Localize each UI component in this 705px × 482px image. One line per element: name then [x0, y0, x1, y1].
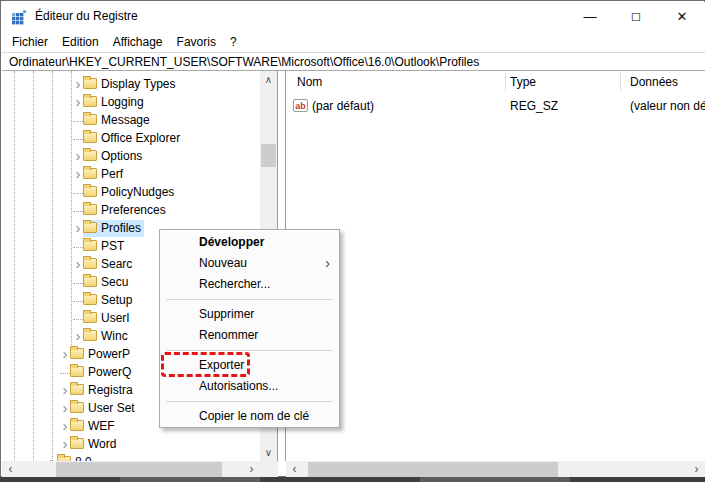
tree-item-label: PolicyNudges: [101, 185, 174, 199]
menu-bar: Fichier Edition Affichage Favoris ?: [2, 31, 705, 52]
tree-item-selected[interactable]: Profiles: [83, 220, 144, 237]
menu-item-supprimer[interactable]: Supprimer: [160, 304, 339, 325]
tree-item-label-group[interactable]: Options: [83, 148, 145, 165]
menu-favoris[interactable]: Favoris: [170, 35, 223, 49]
horizontal-scroll-thumb[interactable]: [308, 462, 558, 477]
column-header-donnees[interactable]: Données: [630, 71, 678, 93]
tree-item-label-group[interactable]: Registra: [70, 382, 136, 399]
tree-item-word[interactable]: ›Word: [2, 436, 278, 454]
tree-item-label-group[interactable]: Perf: [83, 166, 126, 183]
menu-help[interactable]: ?: [223, 35, 244, 49]
menu-edition[interactable]: Edition: [55, 35, 106, 49]
tree-item-options[interactable]: ›Options: [2, 148, 278, 166]
menu-item-label: Autorisations...: [199, 379, 278, 393]
menu-affichage[interactable]: Affichage: [106, 35, 170, 49]
tree-item-8-0[interactable]: ›8.0: [2, 454, 278, 461]
tree-item-label-group[interactable]: Setup: [83, 292, 135, 309]
tree-item-label-group[interactable]: 8.0: [57, 454, 95, 461]
tree-item-label-group[interactable]: Display Types: [83, 76, 178, 93]
value-name[interactable]: (par défaut): [312, 97, 374, 115]
menu-item-renommer[interactable]: Renommer: [160, 325, 339, 346]
menu-fichier[interactable]: Fichier: [5, 35, 55, 49]
vertical-scroll-thumb[interactable]: [261, 144, 276, 167]
folder-icon: [83, 276, 97, 287]
background-strip: [0, 477, 705, 482]
value-list-panel: Nom Type Données ab (par défaut) REG_SZ …: [285, 71, 705, 461]
tree-item-label-group[interactable]: PowerP: [70, 346, 133, 363]
value-type: REG_SZ: [510, 97, 558, 115]
maximize-button[interactable]: ☐: [613, 2, 659, 31]
menu-item-rechercher-[interactable]: Rechercher...: [160, 274, 339, 295]
menu-item-copier-le-nom-de-cl-[interactable]: Copier le nom de clé: [160, 406, 339, 427]
tree-item-label-group[interactable]: Searc: [83, 256, 135, 273]
tree-item-label-group[interactable]: WEF: [70, 418, 118, 435]
menu-item-nouveau[interactable]: Nouveau›: [160, 253, 339, 274]
menu-item-d-velopper[interactable]: Développer: [160, 232, 339, 253]
scroll-right-icon[interactable]: ›: [243, 461, 260, 478]
tree-item-label-group[interactable]: Preferences: [83, 202, 169, 219]
tree-item-perf[interactable]: ›Perf: [2, 166, 278, 184]
tree-item-label-group[interactable]: Office Explorer: [83, 130, 183, 147]
tree-item-label: UserI: [101, 311, 130, 325]
minimize-button[interactable]: —: [567, 2, 613, 31]
horizontal-scroll-thumb[interactable]: [56, 462, 222, 477]
scroll-left-icon[interactable]: ‹: [286, 461, 303, 478]
column-separator[interactable]: [620, 73, 621, 91]
tree-item-label-group[interactable]: Secu: [83, 274, 131, 291]
tree-item-label: Preferences: [101, 203, 166, 217]
tree-item-label-group[interactable]: PST: [83, 238, 127, 255]
tree-item-preferences[interactable]: Preferences: [2, 202, 278, 220]
folder-icon: [83, 186, 97, 197]
folder-icon: [83, 330, 97, 341]
tree-item-label-group[interactable]: Message: [83, 112, 153, 129]
list-horizontal-scrollbar[interactable]: ‹ ›: [286, 461, 705, 478]
column-separator[interactable]: [505, 73, 506, 91]
export-highlight-box: [161, 352, 250, 377]
tree-item-label: Message: [101, 113, 150, 127]
close-button[interactable]: ✕: [659, 2, 705, 31]
tree-item-logging[interactable]: ›Logging: [2, 94, 278, 112]
tree-item-label-group[interactable]: Word: [70, 436, 119, 453]
scrollbar-corner: [260, 461, 278, 478]
menu-item-label: Rechercher...: [199, 277, 270, 291]
tree-item-message[interactable]: Message: [2, 112, 278, 130]
menu-item-label: Renommer: [199, 328, 258, 342]
tree-item-label: Logging: [101, 95, 144, 109]
menu-separator: [166, 401, 333, 402]
tree-item-label: PowerP: [88, 347, 130, 361]
registry-editor-icon: [11, 9, 27, 25]
tree-item-policynudges[interactable]: PolicyNudges: [2, 184, 278, 202]
tree-item-label: Secu: [101, 275, 128, 289]
tree-item-label: PST: [101, 239, 124, 253]
tree-item-label-group[interactable]: User Set: [70, 400, 138, 417]
submenu-arrow-icon: ›: [325, 253, 330, 274]
tree-item-label: WEF: [88, 419, 115, 433]
folder-icon: [83, 222, 97, 233]
scroll-up-icon[interactable]: ∧: [260, 71, 277, 88]
folder-icon: [83, 150, 97, 161]
column-header-type[interactable]: Type: [510, 71, 536, 93]
folder-icon: [83, 114, 97, 125]
scroll-down-icon[interactable]: ∨: [260, 444, 277, 461]
tree-item-label-group[interactable]: Winc: [83, 328, 131, 345]
scroll-right-icon[interactable]: ›: [688, 461, 705, 478]
tree-horizontal-scrollbar[interactable]: ‹ ›: [2, 461, 260, 478]
tree-item-label-group[interactable]: PolicyNudges: [83, 184, 177, 201]
scroll-left-icon[interactable]: ‹: [2, 461, 19, 478]
folder-icon: [83, 240, 97, 251]
tree-item-display-types[interactable]: ›Display Types: [2, 76, 278, 94]
tree-item-label-group[interactable]: UserI: [83, 310, 133, 327]
registry-path-bar[interactable]: Ordinateur\HKEY_CURRENT_USER\SOFTWARE\Mi…: [2, 52, 705, 71]
tree-item-label: Office Explorer: [101, 131, 180, 145]
tree-item-label: Display Types: [101, 77, 175, 91]
tree-item-label: Profiles: [101, 221, 141, 235]
tree-item-office-explorer[interactable]: Office Explorer: [2, 130, 278, 148]
tree-item-label: Perf: [101, 167, 123, 181]
folder-icon: [70, 348, 84, 359]
folder-icon: [83, 168, 97, 179]
tree-item-label-group[interactable]: Logging: [83, 94, 147, 111]
column-header-nom[interactable]: Nom: [297, 71, 322, 93]
menu-item-autorisations-[interactable]: Autorisations...: [160, 376, 339, 397]
tree-item-label: Searc: [101, 257, 132, 271]
tree-item-label-group[interactable]: PowerQ: [70, 364, 134, 381]
